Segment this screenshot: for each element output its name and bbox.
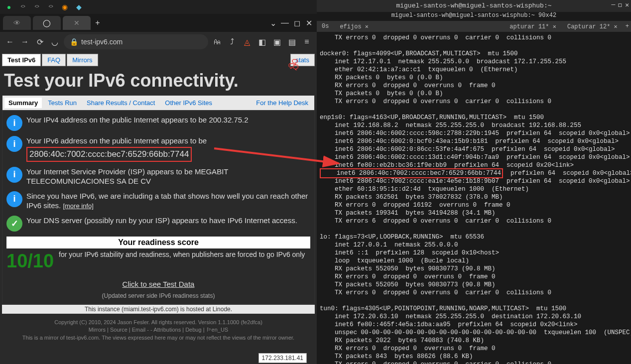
info-icon: i [6,115,22,131]
dropdown-icon[interactable]: ⌄ [267,17,279,29]
subtab-share[interactable]: Share Results / Contact [83,98,159,108]
wifi-icon-1[interactable]: ⌔ [17,1,29,13]
address-bar-row: ← → ⟳ ◡ 🔒 test-ipv6.com 🗛 ⤴ ◬ ◧ ▣ ▤ ≡ [0,32,317,52]
whatsapp-icon[interactable]: ● [3,1,15,13]
term-highlighted-line: inet6 2806:40c:7002:cccc:bec7:6529:66bb:… [320,168,503,178]
isp-text: Your Internet Service Provider (ISP) app… [26,167,310,186]
menu-icon[interactable]: ≡ [301,36,313,48]
term-tab-4[interactable]: Capturar 12* ✕ [564,23,621,30]
results-panel: i Your IPv4 address on the public Intern… [2,111,315,304]
subtab-summary[interactable]: Summary [4,98,42,108]
translate-badge-icon[interactable]: 🗫 [288,59,308,74]
app-icon-1[interactable]: ◉ [59,1,71,13]
result-ipv4: i Your IPv4 address on the public Intern… [6,115,310,131]
tab-faq[interactable]: FAQ [42,54,66,66]
forward-button[interactable]: → [19,36,31,48]
terminal-output[interactable]: TX errors 0 dropped 0 overruns 0 carrier… [317,32,631,364]
info-icon: i [6,136,22,152]
result-ipv6: i Your IPv6 address on the public Intern… [6,136,310,162]
term-tab-add-icon[interactable]: + [626,23,629,30]
terminal-subtitle: miguel-santos-wh@miguel-santos-wisphub:~… [317,12,631,21]
client-ip-box: 172.233.181.41 [258,353,307,363]
new-tab-button[interactable]: + [92,17,104,29]
ipv4-address: 200.32.75.2 [209,116,248,124]
terminal-title: miguel-santos-wh@miguel-santos-wisphub:~ [317,0,631,12]
minimize-icon[interactable]: — [279,17,291,29]
sub-nav-tabs: Summary Tests Run Share Results / Contac… [2,95,315,111]
term-maximize-icon[interactable]: ◻ [618,1,622,9]
tab-test-ipv6[interactable]: ✕ [63,16,91,30]
app-icon-2[interactable]: ◆ [73,1,85,13]
page-content: Test IPv6 FAQ Mirrors stats 🗫 Test your … [0,52,317,344]
readiness-score-row: 10/10 for your IPv6 stability and readin… [6,250,310,272]
mirror-note: This is a mirror of test-ipv6.com. The v… [2,334,315,342]
page-footer: Copyright (C) 2010, 2024 Jason Fesler. A… [2,319,315,342]
result-ipv6-tab: i Since you have IPv6, we are including … [6,191,310,211]
tab-github[interactable]: ◯ [33,16,61,30]
ipv6-address-highlighted: 2806:40c:7002:cccc:bec7:6529:66bb:7744 [26,147,192,162]
lock-icon: 🔒 [70,38,78,46]
copyright: Copyright (C) 2010, 2024 Jason Fesler. A… [2,319,315,326]
instance-note: This instance (miami.test-ipv6.com) is h… [2,305,315,314]
term-output-top: TX errors 0 dropped 0 overruns 0 carrier… [320,34,630,169]
brave-shield-icon[interactable]: ◬ [241,36,253,48]
subtab-tests[interactable]: Tests Run [44,98,81,108]
main-nav-tabs: Test IPv6 FAQ Mirrors stats [2,54,315,66]
os-topbar: ● ⌔ ⌔ ⌔ ◉ ◆ [0,0,317,14]
tab-test-ipv6-main[interactable]: Test IPv6 [2,54,41,66]
test-data-link[interactable]: Test Data [163,280,194,288]
share-icon[interactable]: ⤴ [226,36,238,48]
bookmark-icon[interactable]: ◡ [49,36,61,48]
more-info-link[interactable]: [more info] [63,202,93,210]
readiness-score: 10/10 [6,250,54,272]
check-icon: ✓ [6,216,22,232]
ext-icon-2[interactable]: ▣ [271,36,283,48]
editor-tabs: 0s efijos ✕ apturar 11* ✕ Capturar 12* ✕… [317,21,631,32]
translate-icon[interactable]: 🗛 [211,36,223,48]
terminal-window: miguel-santos-wh@miguel-santos-wisphub:~… [317,0,631,364]
url-bar[interactable]: 🔒 test-ipv6.com [64,34,208,49]
wifi-icon-3[interactable]: ⌔ [45,1,57,13]
terminal-window-controls: — ◻ ✕ [612,1,629,9]
term-tab-2[interactable]: efijos ✕ [337,23,372,30]
info-icon: i [6,191,22,207]
browser-tab-bar: 👁 ◯ ✕ + ⌄ — ◻ ✕ [0,14,317,32]
subtab-help[interactable]: For the Help Desk [252,98,312,108]
reload-button[interactable]: ⟳ [34,36,46,48]
page-title: Test your IPv6 connectivity. [4,70,313,91]
term-close-icon[interactable]: ✕ [625,1,629,9]
close-window-icon[interactable]: ✕ [303,17,315,29]
ipv6-label: Your IPv6 address on the public Internet… [26,136,207,146]
footer-links[interactable]: Mirrors | Source | Email - - Attribution… [2,326,315,334]
tab-mirrors[interactable]: Mirrors [67,54,98,66]
term-tab-1[interactable]: 0s [319,23,332,30]
url-text: test-ipv6.com [81,38,123,46]
wifi-icon-2[interactable]: ⌔ [31,1,43,13]
updated-note: (Updated server side IPv6 readiness stat… [6,292,310,299]
term-hl-suffix: prefixlen 64 scopeid 0x0<global> [503,170,631,177]
click-prefix: Click to see [123,280,163,288]
dns-text: Your DNS server (possibly run by your IS… [26,216,297,226]
term-minimize-icon[interactable]: — [612,1,616,9]
info-icon: i [6,167,22,183]
tab-1[interactable]: 👁 [3,16,31,30]
term-output-bottom: inet6 2806:40c:7002:cccc:ea1e:4e5e:1b18:… [320,178,631,364]
ext-icon-1[interactable]: ◧ [256,36,268,48]
back-button[interactable]: ← [4,36,16,48]
readiness-header: Your readiness score [6,237,310,248]
result-dns: ✓ Your DNS server (possibly run by your … [6,216,310,232]
readiness-desc: for your IPv6 stability and readiness, w… [59,250,305,258]
ext-icon-3[interactable]: ▤ [286,36,298,48]
browser-window: ● ⌔ ⌔ ⌔ ◉ ◆ 👁 ◯ ✕ + ⌄ — ◻ ✕ ← → ⟳ ◡ 🔒 te… [0,0,317,364]
term-tab-3[interactable]: apturar 11* ✕ [506,23,559,30]
ipv4-label: Your IPv4 address on the public Internet… [26,116,207,124]
subtab-other[interactable]: Other IPv6 Sites [161,98,216,108]
maximize-icon[interactable]: ◻ [291,17,303,29]
result-isp: i Your Internet Service Provider (ISP) a… [6,167,310,186]
test-data-row: Click to see Test Data [6,280,310,288]
